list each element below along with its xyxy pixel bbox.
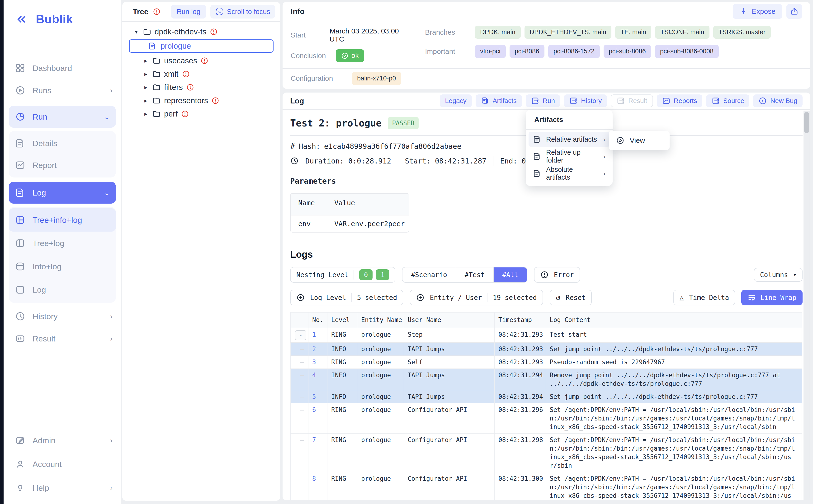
nesting-level-1-button[interactable]: 1 — [376, 269, 389, 280]
sidebar-item-account[interactable]: Account — [4, 452, 121, 476]
cell-user-name: Configurator API — [404, 472, 495, 500]
tree-node-selected[interactable]: prologue — [129, 39, 273, 53]
columns-dropdown[interactable]: Columns ▾ — [754, 268, 803, 282]
line-wrap-button[interactable]: Line Wrap — [741, 290, 803, 305]
tree-node-folder[interactable]: ▸perf — [127, 107, 275, 121]
bulb-icon — [15, 483, 25, 493]
sidebar-item-label: Tree+log — [33, 239, 113, 248]
caret-right-icon[interactable]: ▸ — [143, 84, 149, 91]
run-link-button[interactable]: Run — [526, 94, 560, 107]
tree-node-label: perf — [164, 109, 178, 118]
menu-item-label: Absolute artifacts — [546, 166, 599, 181]
tree-node-label: prologue — [160, 42, 191, 51]
sidebar-item-run[interactable]: Run ⌄ — [9, 106, 116, 128]
start-time-value: 08:42:31.287 — [435, 157, 487, 165]
folder-icon — [152, 110, 161, 118]
caret-right-icon[interactable]: ▸ — [143, 111, 149, 117]
cell-expand — [290, 356, 308, 369]
log-level-label: Log Level — [310, 294, 346, 302]
history-link-button[interactable]: History — [564, 94, 607, 107]
user-icon — [15, 459, 25, 469]
conclusion-badge: ok — [336, 49, 364, 62]
artifacts-button[interactable]: Artifacts — [476, 94, 522, 107]
menu-item-absolute-artifacts[interactable]: Absolute artifacts› — [529, 166, 610, 181]
sidebar-item-info-log[interactable]: Info+log — [9, 255, 116, 278]
result-link-button[interactable]: Result — [611, 94, 653, 107]
cell-no: 6 — [308, 403, 327, 434]
caret-right-icon[interactable]: ▸ — [143, 71, 149, 77]
alert-icon — [181, 110, 189, 118]
alert-icon — [211, 97, 219, 105]
branch-badge: DPDK: main — [475, 26, 521, 39]
layout-tree-info-log-icon — [15, 215, 25, 225]
view-flyout-item[interactable]: View — [609, 131, 670, 150]
sidebar-item-label: Run — [33, 112, 97, 121]
error-filter-button[interactable]: Error — [534, 267, 580, 283]
sidebar-item-dashboard[interactable]: Dashboard — [4, 57, 121, 79]
sidebar-item-report[interactable]: Report — [9, 154, 116, 176]
important-badge: pci-sub-8086 — [604, 45, 651, 58]
nesting-level-0-button[interactable]: 0 — [359, 269, 372, 280]
start-time-label: Start: — [405, 157, 431, 165]
caret-right-icon[interactable]: ▸ — [143, 97, 149, 104]
entity-user-filter[interactable]: Entity / User 19 selected — [410, 290, 543, 305]
alert-icon — [186, 83, 194, 91]
reports-button[interactable]: Reports — [657, 94, 702, 107]
cell-user-name: TAPI Jumps — [404, 369, 495, 390]
share-button[interactable] — [786, 4, 802, 19]
menu-item-relative-up-folder[interactable]: Relative up folder› — [529, 149, 610, 164]
legacy-button[interactable]: Legacy — [440, 94, 472, 107]
log-level-filter[interactable]: Log Level 5 selected — [290, 290, 403, 305]
branches-badges: DPDK: mainDPDK_ETHDEV_TS: mainTE: mainTS… — [475, 26, 775, 39]
menu-item-label: Relative up folder — [546, 149, 599, 164]
tree-node-root[interactable]: ▾ dpdk-ethdev-ts — [127, 25, 275, 38]
sidebar-nav: Dashboard Runs › Run ⌄ Details Report Lo… — [4, 57, 121, 350]
tree-node-folder[interactable]: ▸xmit — [127, 67, 275, 81]
sidebar-item-admin[interactable]: Admin › — [4, 429, 121, 452]
sidebar-item-result[interactable]: Result › — [4, 327, 121, 350]
cell-log-content: Set jump point ../../../dpdk-ethdev-ts/t… — [546, 343, 802, 356]
param-name: env — [298, 220, 334, 228]
segment-test[interactable]: #Test — [456, 267, 494, 282]
cell-expand — [290, 369, 308, 390]
col-entity: Entity Name — [357, 312, 404, 328]
expose-button[interactable]: Expose — [733, 4, 782, 19]
table-row: 5INFOprologueTAPI Jumps08:42:31.294Set j… — [290, 390, 802, 403]
conclusion-label: Conclusion — [291, 52, 336, 60]
sidebar-item-log-only[interactable]: Log — [9, 278, 116, 301]
new-bug-button[interactable]: New Bug — [753, 94, 803, 107]
time-delta-button[interactable]: △ Time Delta — [673, 290, 735, 305]
cell-level: RING — [327, 356, 357, 369]
sidebar-item-tree-info-log[interactable]: Tree+info+log — [9, 208, 116, 232]
sidebar-item-help[interactable]: Help › — [4, 476, 121, 500]
result-link-label: Result — [628, 97, 647, 105]
run-log-button[interactable]: Run log — [171, 5, 206, 19]
source-button[interactable]: Source — [706, 94, 750, 107]
sidebar-item-tree-log[interactable]: Tree+log — [9, 232, 116, 255]
segment-scenario[interactable]: #Scenario — [402, 267, 456, 282]
caret-down-icon: ▾ — [793, 272, 796, 278]
tree-panel: Tree Run log Scroll to focus ▾ dpdk-ethd… — [122, 2, 280, 501]
sidebar-footer: Admin › Account Help › — [4, 429, 121, 500]
collapse-row-button[interactable]: - — [295, 330, 306, 340]
sidebar-item-details[interactable]: Details — [9, 132, 116, 154]
tree-node-folder[interactable]: ▸filters — [127, 81, 275, 94]
caret-right-icon[interactable]: ▸ — [143, 57, 149, 64]
plus-circle-icon — [296, 293, 305, 302]
sidebar-item-label: Log — [33, 285, 113, 294]
tree-node-folder[interactable]: ▸representors — [127, 94, 275, 107]
scroll-to-focus-button[interactable]: Scroll to focus — [210, 5, 275, 19]
tree-node-folder[interactable]: ▸usecases — [127, 54, 275, 67]
sidebar-item-history[interactable]: History › — [4, 305, 121, 327]
sidebar-item-log[interactable]: Log ⌄ — [9, 182, 116, 204]
cell-no: 1 — [308, 328, 327, 343]
menu-item-relative-artifacts[interactable]: Relative artifacts› — [529, 132, 610, 147]
important-badge: pci-8086-1572 — [548, 45, 600, 58]
scrollbar-thumb[interactable] — [804, 112, 809, 133]
segment-all[interactable]: #All — [494, 267, 527, 282]
vertical-scrollbar[interactable] — [804, 111, 810, 500]
sidebar-item-runs[interactable]: Runs › — [4, 79, 121, 102]
reset-button[interactable]: ↺ Reset — [550, 290, 592, 305]
caret-down-icon[interactable]: ▾ — [133, 28, 139, 35]
sidebar-collapse-icon[interactable] — [15, 13, 28, 26]
